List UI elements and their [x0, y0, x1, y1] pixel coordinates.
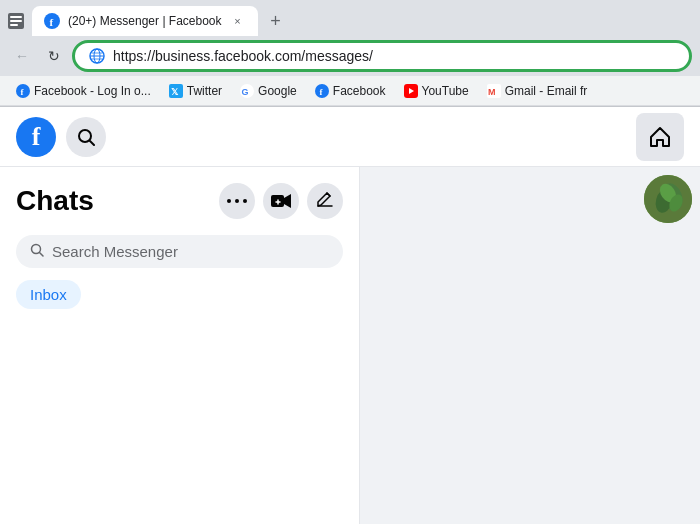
nav-search-button[interactable] [66, 117, 106, 157]
search-placeholder: Search Messenger [52, 243, 178, 260]
address-security-icon [89, 48, 105, 64]
bookmark-label-twitter: Twitter [187, 84, 222, 98]
bookmark-favicon-google: G [240, 84, 254, 98]
window-controls [8, 13, 24, 29]
bookmark-favicon-facebook: f [315, 84, 329, 98]
bookmark-youtube[interactable]: YouTube [396, 81, 477, 101]
chats-header: Chats [0, 175, 359, 227]
avatar-image [644, 175, 692, 223]
svg-line-31 [327, 193, 330, 196]
svg-text:G: G [242, 87, 249, 97]
svg-text:𝕏: 𝕏 [171, 87, 179, 97]
url-text: https://business.facebook.com/messages/ [113, 48, 675, 64]
bookmark-label-facebook-login: Facebook - Log In o... [34, 84, 151, 98]
bookmark-twitter[interactable]: 𝕏 Twitter [161, 81, 230, 101]
svg-rect-0 [10, 16, 22, 18]
back-button[interactable]: ← [8, 42, 36, 70]
messenger-main: Chats [0, 167, 700, 524]
bookmark-label-google: Google [258, 84, 297, 98]
messenger-nav: f [0, 107, 700, 167]
bookmark-favicon-twitter: 𝕏 [169, 84, 183, 98]
svg-point-25 [235, 199, 239, 203]
svg-line-23 [90, 141, 94, 145]
bookmark-favicon-youtube [404, 84, 418, 98]
messenger-page: f Chats [0, 107, 700, 524]
address-bar[interactable]: https://business.facebook.com/messages/ [72, 40, 692, 72]
home-button[interactable] [636, 113, 684, 161]
profile-avatar [644, 175, 692, 223]
bookmark-favicon-fb: f [16, 84, 30, 98]
new-tab-button[interactable]: + [262, 7, 290, 35]
bookmark-label-youtube: YouTube [422, 84, 469, 98]
chats-title: Chats [16, 185, 211, 217]
svg-point-26 [243, 199, 247, 203]
more-options-button[interactable] [219, 183, 255, 219]
new-video-call-button[interactable] [263, 183, 299, 219]
tab-bar: f (20+) Messenger | Facebook × + [0, 0, 700, 36]
bookmark-google[interactable]: G Google [232, 81, 305, 101]
bookmarks-bar: f Facebook - Log In o... 𝕏 Twitter G [0, 76, 700, 106]
bookmark-facebook[interactable]: f Facebook [307, 81, 394, 101]
svg-rect-1 [10, 20, 22, 22]
compose-message-button[interactable] [307, 183, 343, 219]
bookmark-facebook-login[interactable]: f Facebook - Log In o... [8, 81, 159, 101]
svg-text:f: f [50, 16, 54, 28]
left-panel: Chats [0, 167, 360, 524]
active-tab[interactable]: f (20+) Messenger | Facebook × [32, 6, 258, 36]
svg-point-22 [79, 130, 91, 142]
svg-line-34 [40, 253, 44, 257]
svg-marker-28 [284, 194, 291, 208]
svg-text:M: M [488, 87, 496, 97]
window-icon [8, 13, 24, 29]
tab-close-button[interactable]: × [230, 13, 246, 29]
reload-button[interactable]: ↻ [40, 42, 68, 70]
facebook-logo: f [16, 117, 56, 157]
svg-rect-2 [10, 24, 18, 26]
bookmark-label-facebook: Facebook [333, 84, 386, 98]
inbox-button[interactable]: Inbox [16, 280, 81, 309]
search-icon [30, 243, 44, 260]
right-panel [360, 167, 700, 524]
bookmark-favicon-gmail: M [487, 84, 501, 98]
tab-favicon: f [44, 13, 60, 29]
address-bar-row: ← ↻ https://business.facebook.com/messag… [0, 36, 700, 76]
browser-chrome: f (20+) Messenger | Facebook × + ← ↻ h [0, 0, 700, 107]
search-bar[interactable]: Search Messenger [16, 235, 343, 268]
inbox-btn-row: Inbox [0, 276, 359, 313]
bookmark-gmail[interactable]: M Gmail - Email fr [479, 81, 596, 101]
bookmark-label-gmail: Gmail - Email fr [505, 84, 588, 98]
svg-point-24 [227, 199, 231, 203]
tab-title: (20+) Messenger | Facebook [68, 14, 222, 28]
